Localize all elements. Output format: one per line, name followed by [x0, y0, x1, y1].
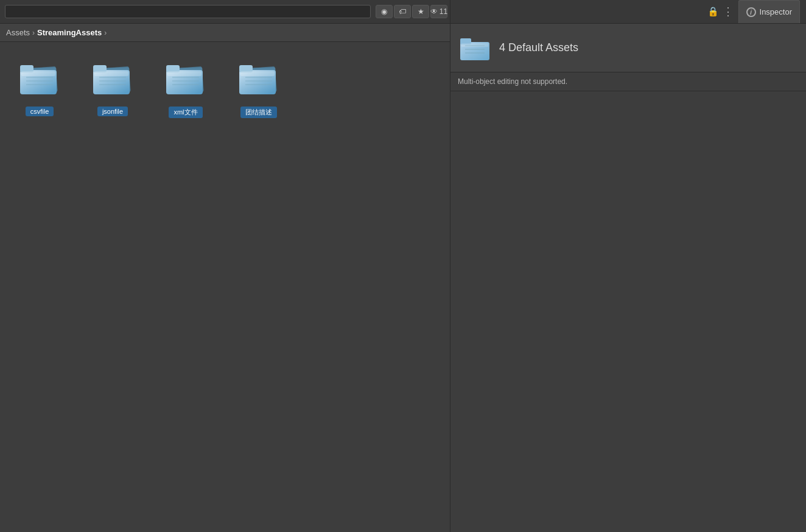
star-icon: ★ — [418, 7, 424, 16]
tag-icon: 🏷 — [399, 7, 406, 16]
inspector-message: Multi-object editing not supported. — [450, 72, 806, 91]
info-icon: i — [746, 7, 756, 17]
breadcrumb-arrow: › — [104, 29, 107, 37]
svg-rect-37 — [461, 43, 488, 47]
eye-icon: 👁 — [430, 7, 438, 16]
inspector-asset-name: 4 Default Assets — [499, 41, 578, 54]
asset-folder-icon — [234, 54, 283, 103]
svg-rect-4 — [21, 71, 55, 76]
asset-label: 团结描述 — [240, 107, 277, 118]
eye-button[interactable]: 👁 11 — [430, 5, 447, 18]
asset-item[interactable]: jsonfile — [79, 54, 146, 118]
asset-label: xml文件 — [169, 107, 202, 118]
asset-label: jsonfile — [97, 107, 128, 116]
inspector-body — [450, 91, 806, 532]
breadcrumb-current: StreamingAssets — [37, 28, 102, 37]
filter-icon: ◉ — [381, 7, 387, 16]
filter-button[interactable]: ◉ — [376, 5, 393, 18]
star-button[interactable]: ★ — [412, 5, 429, 18]
asset-folder-icon — [161, 54, 210, 103]
breadcrumb-sep1: › — [32, 29, 35, 37]
svg-rect-12 — [94, 71, 128, 76]
svg-rect-20 — [167, 71, 202, 76]
asset-item[interactable]: xml文件 — [152, 54, 219, 118]
asset-folder-icon — [15, 54, 64, 103]
assets-grid: csvfile — [0, 42, 450, 532]
inspector-tab[interactable]: i Inspector — [738, 0, 800, 23]
inspector-asset-icon — [459, 32, 491, 64]
asset-item[interactable]: 团结描述 — [225, 54, 292, 118]
inspector-panel: 4 Default Assets Multi-object editing no… — [450, 24, 806, 532]
svg-rect-28 — [240, 71, 275, 76]
search-input[interactable] — [5, 5, 371, 18]
breadcrumb-assets[interactable]: Assets — [6, 28, 30, 37]
inspector-tab-label: Inspector — [760, 7, 792, 16]
assets-panel: Assets › StreamingAssets › — [0, 24, 450, 532]
asset-item[interactable]: csvfile — [6, 54, 73, 118]
breadcrumb: Assets › StreamingAssets › — [0, 24, 450, 42]
inspector-asset-header: 4 Default Assets — [450, 24, 806, 72]
more-icon[interactable]: ⋮ — [723, 5, 734, 18]
asset-folder-icon — [88, 54, 137, 103]
eye-count: 11 — [440, 7, 447, 16]
asset-label: csvfile — [26, 107, 54, 116]
lock-icon[interactable]: 🔒 — [707, 6, 719, 17]
tag-button[interactable]: 🏷 — [394, 5, 411, 18]
